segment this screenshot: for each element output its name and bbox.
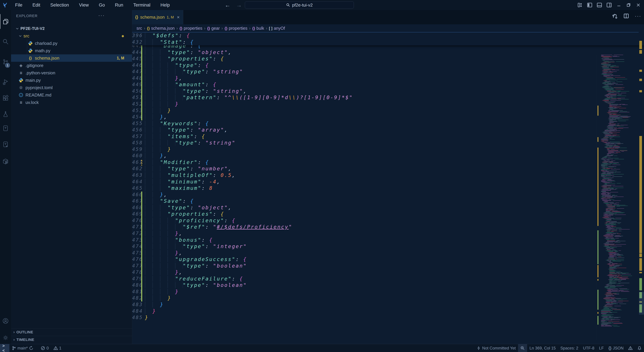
menu-run[interactable]: Run: [110, 0, 128, 10]
remote-indicator[interactable]: ><: [0, 344, 10, 352]
activity-testing-icon[interactable]: [0, 107, 11, 122]
code-line-453[interactable]: 453 }: [132, 107, 644, 114]
minimap[interactable]: [598, 55, 639, 340]
code-line-457[interactable]: 457 "items": {: [132, 133, 644, 140]
tree-file--python-version[interactable]: ≣.python-version: [11, 69, 132, 77]
tree-folder-src[interactable]: src●: [11, 32, 132, 40]
split-editor-icon[interactable]: [623, 13, 629, 19]
sticky-line-396[interactable]: 396 "$defs": {: [132, 32, 644, 39]
activity-settings-gear-icon[interactable]: [0, 330, 11, 345]
code-line-451[interactable]: 451 "pattern": "^\\([1-9][0-9]*d\\)?[1-9…: [132, 94, 644, 101]
menu-file[interactable]: File: [10, 0, 28, 10]
activity-containers-icon[interactable]: [0, 154, 11, 169]
status-main-[interactable]: main*: [10, 344, 28, 352]
code-line-481[interactable]: 481 }: [132, 288, 644, 295]
breadcrumb-properties[interactable]: {}properties: [224, 26, 247, 31]
explorer-more-actions-icon[interactable]: ···: [98, 13, 105, 18]
status-0[interactable]: 0: [38, 344, 51, 352]
code-editor[interactable]: 441 ]442 },443 "Damage": {444 "type": "o…: [132, 32, 644, 344]
nav-forward-icon[interactable]: →: [236, 2, 242, 9]
code-line-468[interactable]: 468 "type": "object",: [132, 204, 644, 211]
code-line-479[interactable]: 479 "reduceFailure": {: [132, 276, 644, 282]
status-json[interactable]: {}JSON: [606, 344, 626, 352]
activity-source-control-icon[interactable]: 1: [0, 54, 11, 69]
code-line-444[interactable]: 444 "type": "object",: [132, 49, 644, 56]
tab-schema-json[interactable]: {} schema.json 1, M ×: [132, 10, 183, 24]
toggle-primary-sidebar-icon[interactable]: [586, 1, 593, 9]
status-sync[interactable]: [28, 344, 38, 352]
code-line-463[interactable]: 463 "multipleOf": 0.5,: [132, 172, 644, 179]
code-line-449[interactable]: 449 "amount": {: [132, 81, 644, 88]
code-line-478[interactable]: 478 },: [132, 269, 644, 276]
tree-file-readme-md[interactable]: iREADME.md: [11, 91, 132, 99]
outline-section[interactable]: ›OUTLINE: [11, 328, 132, 336]
code-line-470[interactable]: 470 "proficiency": {: [132, 217, 644, 224]
code-line-471[interactable]: 471 "$ref": "#/$defs/Proficiency": [132, 224, 644, 230]
code-line-461[interactable]: 461 "Modifier": {: [132, 159, 644, 166]
code-line-469[interactable]: 469 "properties": {: [132, 211, 644, 217]
close-window-icon[interactable]: [634, 1, 642, 9]
customize-layout-icon[interactable]: [576, 1, 584, 9]
status-bell[interactable]: [635, 344, 644, 352]
menu-terminal[interactable]: Terminal: [128, 0, 156, 10]
code-line-464[interactable]: 464 "minimum": -4,: [132, 179, 644, 185]
code-line-465[interactable]: 465 "maximum": 8: [132, 185, 644, 192]
tree-root-folder[interactable]: PF2E-TUI-V2: [11, 25, 132, 32]
tree-file-schema-json[interactable]: {}schema.json1, M: [11, 54, 132, 62]
code-line-458[interactable]: 458 "type": "string": [132, 140, 644, 146]
activity-search-icon[interactable]: [0, 34, 11, 49]
nav-back-icon[interactable]: ←: [225, 2, 230, 9]
breadcrumb-bulk[interactable]: {}bulk: [252, 26, 264, 31]
status-warning-outline[interactable]: [626, 344, 635, 352]
code-line-473[interactable]: 473 "bonus": {: [132, 237, 644, 243]
tree-file-math-py[interactable]: math.py: [11, 47, 132, 54]
overview-ruler-scrollbar[interactable]: [639, 22, 644, 344]
menu-go[interactable]: Go: [94, 0, 110, 10]
code-line-472[interactable]: 472 },: [132, 230, 644, 237]
code-line-446[interactable]: 446 "type": {: [132, 62, 644, 69]
editor-more-actions-icon[interactable]: ···: [635, 13, 641, 19]
code-line-476[interactable]: 476 "upgradeSuccess": {: [132, 256, 644, 263]
activity-run-debug-icon[interactable]: [0, 75, 11, 89]
status-lf[interactable]: LF: [597, 344, 606, 352]
tree-file-pyproject-toml[interactable]: pyproject.toml: [11, 84, 132, 91]
code-line-462[interactable]: 462 "type": "number",: [132, 166, 644, 172]
code-line-467[interactable]: 467 "Save": {: [132, 198, 644, 204]
code-line-480[interactable]: 480 "type": "boolean": [132, 282, 644, 288]
code-line-475[interactable]: 475 },: [132, 250, 644, 256]
timeline-section[interactable]: ›TIMELINE: [11, 336, 132, 343]
code-line-448[interactable]: 448 },: [132, 75, 644, 82]
code-line-482[interactable]: 482 }: [132, 295, 644, 301]
open-changes-icon[interactable]: [612, 13, 618, 19]
status-zoom[interactable]: [518, 344, 527, 352]
activity-terraform-cloud-icon[interactable]: [0, 137, 11, 152]
tree-file-uv-lock[interactable]: ≣uv.lock: [11, 99, 132, 106]
activity-extensions-icon[interactable]: [0, 91, 11, 105]
code-line-485[interactable]: 485}: [132, 314, 644, 321]
command-search-box[interactable]: pf2e-tui-v2: [245, 1, 354, 9]
code-line-477[interactable]: 477 "type": "boolean": [132, 263, 644, 269]
activity-explorer-icon[interactable]: [0, 14, 11, 29]
status-not-committed-yet[interactable]: Not Committed Yet: [474, 344, 518, 352]
code-line-456[interactable]: 456 "type": "array",: [132, 127, 644, 133]
breadcrumb-properties[interactable]: {}properties: [180, 26, 202, 31]
breadcrumb-anyof[interactable]: [ ]anyOf: [269, 26, 285, 31]
breadcrumb-schema-json[interactable]: {}schema.json: [147, 26, 174, 31]
code-line-447[interactable]: 447 "type": "string": [132, 69, 644, 75]
breadcrumb-gear[interactable]: {}gear: [207, 26, 220, 31]
code-line-460[interactable]: 460 },: [132, 153, 644, 159]
code-line-445[interactable]: 445 "properties": {: [132, 56, 644, 62]
activity-terraform-icon[interactable]: [0, 121, 11, 136]
code-line-454[interactable]: 454 },: [132, 114, 644, 120]
code-line-450[interactable]: 450 "type": "string",: [132, 88, 644, 95]
status-1[interactable]: 1: [51, 344, 64, 352]
code-line-455[interactable]: 455 "Keywords": {: [132, 120, 644, 127]
status-spaces-2[interactable]: Spaces: 2: [558, 344, 580, 352]
code-line-459[interactable]: 459 }: [132, 146, 644, 153]
tree-file-charload-py[interactable]: charload.py: [11, 40, 132, 47]
activity-account-icon[interactable]: [0, 313, 11, 328]
code-line-484[interactable]: 484 }: [132, 308, 644, 314]
minimize-window-icon[interactable]: [615, 1, 622, 9]
scrollbar-slider[interactable]: [639, 292, 644, 314]
sticky-line-432[interactable]: 432 "Stat": {: [132, 39, 644, 46]
